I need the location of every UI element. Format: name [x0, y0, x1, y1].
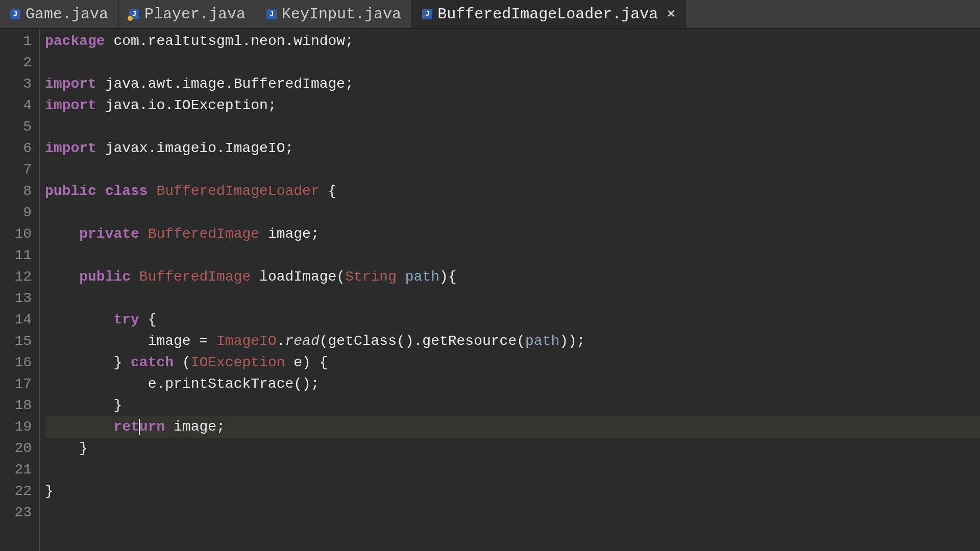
line-number: 11 [0, 245, 39, 266]
line-number: 18 [0, 395, 39, 416]
tab-bar: Game.java Player.java KeyInput.java Buff… [0, 0, 980, 29]
code-line-1: package com.realtutsgml.neon.window; [45, 31, 980, 52]
line-number: 15 [0, 331, 39, 352]
code-line-16: } catch (IOException e) { [45, 352, 980, 373]
code-line-8: public class BufferedImageLoader { [45, 181, 980, 202]
tab-label: Game.java [26, 6, 108, 23]
code-line-19: return image; [45, 416, 980, 438]
code-line-14: try { [45, 309, 980, 331]
code-line-13 [45, 288, 980, 309]
code-line-3: import java.awt.image.BufferedImage; [45, 73, 980, 95]
line-number: 9 [0, 202, 39, 223]
code-line-6: import javax.imageio.ImageIO; [45, 138, 980, 159]
line-number: 19 [0, 416, 39, 438]
line-number: 10 [0, 223, 39, 245]
line-number: 1 [0, 31, 39, 52]
java-file-icon [129, 9, 139, 19]
line-number: 13 [0, 288, 39, 309]
java-file-icon [266, 9, 277, 19]
code-line-7 [45, 159, 980, 181]
line-number: 7 [0, 159, 39, 181]
java-file-icon [422, 9, 432, 19]
tab-game[interactable]: Game.java [0, 0, 119, 28]
line-number: 12 [0, 266, 39, 288]
line-number: 20 [0, 438, 39, 459]
code-line-12: public BufferedImage loadImage(String pa… [45, 266, 980, 288]
code-line-4: import java.io.IOException; [45, 95, 980, 116]
close-icon[interactable]: × [667, 7, 675, 22]
code-line-21 [45, 459, 980, 481]
tab-label: KeyInput.java [282, 6, 401, 23]
code-line-17: e.printStackTrace(); [45, 373, 980, 395]
line-number: 5 [0, 116, 39, 138]
line-number: 22 [0, 481, 39, 502]
line-number: 6 [0, 138, 39, 159]
line-number: 23 [0, 502, 39, 523]
code-area[interactable]: package com.realtutsgml.neon.window; imp… [40, 29, 980, 551]
line-number: 14 [0, 309, 39, 331]
code-line-11 [45, 245, 980, 266]
tab-label: Player.java [144, 6, 246, 23]
line-number: 8 [0, 181, 39, 202]
code-line-18: } [45, 395, 980, 416]
code-line-22: } [45, 481, 980, 502]
line-number: 16 [0, 352, 39, 373]
line-number: 2 [0, 52, 39, 73]
java-file-icon [10, 9, 20, 19]
line-gutter[interactable]: 1 2 3 4 5 6 7 8 9 10 11 12 13 14 15 16 1… [0, 29, 40, 551]
tab-bufferedimageloader[interactable]: BufferedImageLoader.java × [412, 0, 686, 28]
tab-label: BufferedImageLoader.java [437, 6, 658, 23]
code-line-23 [45, 502, 980, 523]
line-number: 21 [0, 459, 39, 481]
code-line-9 [45, 202, 980, 223]
code-editor[interactable]: 1 2 3 4 5 6 7 8 9 10 11 12 13 14 15 16 1… [0, 29, 980, 551]
tab-player[interactable]: Player.java [119, 0, 256, 28]
code-line-2 [45, 52, 980, 73]
code-line-10: private BufferedImage image; [45, 223, 980, 245]
line-number: 17 [0, 373, 39, 395]
code-line-15: image = ImageIO.read(getClass().getResou… [45, 331, 980, 352]
line-number: 4 [0, 95, 39, 116]
line-number: 3 [0, 73, 39, 95]
code-line-20: } [45, 438, 980, 459]
tab-keyinput[interactable]: KeyInput.java [256, 0, 412, 28]
code-line-5 [45, 116, 980, 138]
